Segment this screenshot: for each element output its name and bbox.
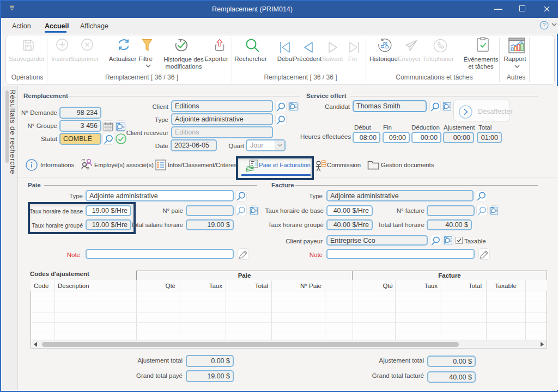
svg-text:?: ? — [87, 166, 89, 171]
svg-text:?: ? — [543, 22, 546, 28]
